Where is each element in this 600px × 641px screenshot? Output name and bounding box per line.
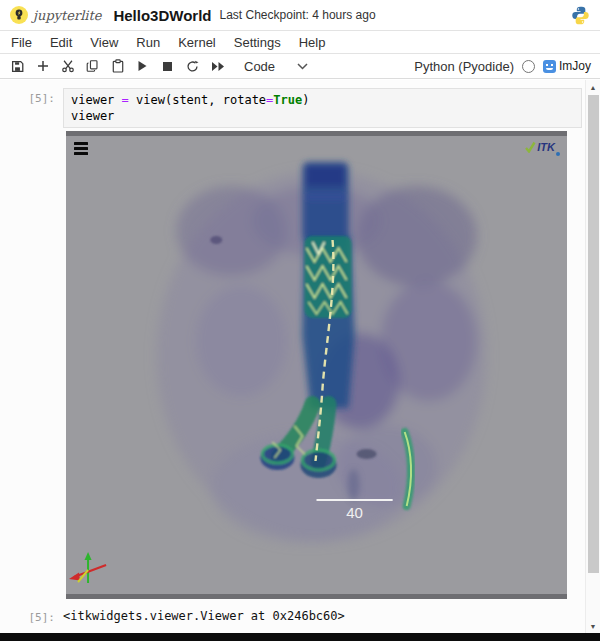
stop-icon: [163, 62, 172, 71]
menu-view[interactable]: View: [81, 33, 127, 52]
menu-kernel[interactable]: Kernel: [169, 33, 225, 52]
chevron-down-icon: [297, 63, 308, 70]
itk-logo: ITK: [524, 141, 560, 156]
itk-logo-dot: [556, 152, 560, 156]
run-cell-button[interactable]: [130, 56, 155, 77]
imjoy-label: ImJoy: [559, 59, 591, 73]
notebook-toolbar: Code Python (Pyodide) ImJoy: [0, 54, 600, 79]
header: jupyterlite Hello3DWorld Last Checkpoint…: [0, 0, 600, 31]
copy-cell-button[interactable]: [80, 56, 105, 77]
jupyterlite-bulb-icon: [9, 5, 29, 25]
itk-logo-text: ITK: [537, 141, 555, 153]
paste-cell-button[interactable]: [105, 56, 130, 77]
imjoy-button[interactable]: ImJoy: [543, 59, 591, 73]
restart-kernel-button[interactable]: [180, 56, 205, 77]
menubar: File Edit View Run Kernel Settings Help: [0, 31, 600, 54]
jupyterlite-logo-text: jupyterlite: [33, 8, 101, 23]
code-line-1: viewer = view(stent, rotate=True): [71, 92, 574, 108]
menu-help[interactable]: Help: [290, 33, 335, 52]
run-all-button[interactable]: [205, 56, 230, 77]
hamburger-icon: [74, 142, 88, 145]
scissors-icon: [61, 59, 75, 73]
input-prompt: [5]:: [0, 88, 63, 128]
menu-file[interactable]: File: [2, 33, 41, 52]
jupyterlite-logo[interactable]: jupyterlite: [9, 5, 101, 25]
kernel-status-indicator[interactable]: [522, 60, 535, 73]
plus-icon: [37, 60, 49, 72]
volume-rendering: 40: [66, 136, 567, 594]
imjoy-icon: [543, 60, 556, 73]
checkpoint-status: Last Checkpoint: 4 hours ago: [220, 8, 376, 22]
itk-viewer-canvas[interactable]: ITK: [66, 131, 567, 599]
scale-bar: [317, 499, 393, 501]
add-cell-button[interactable]: [30, 56, 55, 77]
viewer-menu-button[interactable]: [74, 142, 88, 157]
output-repr: <itkwidgets.viewer.Viewer at 0x246bc60>: [63, 607, 345, 624]
cell-type-value: Code: [244, 59, 275, 74]
vertical-scrollbar[interactable]: ▲ ▼: [585, 80, 600, 633]
menu-edit[interactable]: Edit: [41, 33, 81, 52]
output-row: [5]: <itkwidgets.viewer.Viewer at 0x246b…: [0, 607, 585, 624]
interrupt-kernel-button[interactable]: [155, 56, 180, 77]
cell-type-dropdown[interactable]: Code: [244, 59, 308, 74]
menu-settings[interactable]: Settings: [225, 33, 290, 52]
fast-forward-icon: [211, 61, 225, 72]
scroll-up-arrow-icon[interactable]: ▲: [586, 80, 600, 94]
paste-icon: [112, 59, 124, 73]
play-icon: [137, 60, 148, 72]
save-button[interactable]: [5, 56, 30, 77]
save-icon: [11, 60, 24, 73]
scroll-down-arrow-icon[interactable]: ▼: [586, 619, 600, 633]
kernel-name[interactable]: Python (Pyodide): [414, 59, 514, 74]
notebook-area: [5]: viewer = view(stent, rotate=True) v…: [0, 80, 585, 633]
code-line-2: viewer: [71, 108, 574, 124]
output-prompt: [5]:: [0, 607, 63, 624]
python-icon: [570, 5, 591, 26]
itk-leaf-icon: [524, 141, 536, 153]
restart-icon: [186, 60, 199, 73]
cut-cell-button[interactable]: [55, 56, 80, 77]
code-cell: [5]: viewer = view(stent, rotate=True) v…: [0, 88, 582, 128]
scrollbar-thumb[interactable]: [588, 95, 599, 573]
code-input[interactable]: viewer = view(stent, rotate=True) viewer: [63, 88, 582, 128]
menu-run[interactable]: Run: [127, 33, 169, 52]
scale-bar-label: 40: [346, 504, 363, 521]
notebook-title[interactable]: Hello3DWorld: [113, 7, 211, 24]
copy-icon: [86, 59, 99, 73]
bottom-bar: [0, 633, 600, 641]
